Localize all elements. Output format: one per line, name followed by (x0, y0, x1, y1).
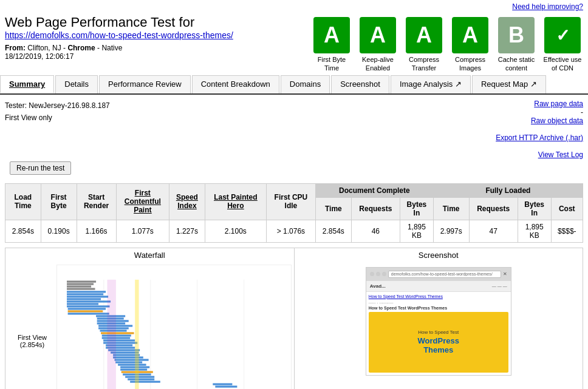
tab-domains[interactable]: Domains (281, 75, 330, 93)
waterfall-panel: Waterfall First View(2.854s) (5, 248, 295, 389)
waterfall-chart-area[interactable] (56, 265, 292, 389)
svg-rect-47 (215, 385, 237, 387)
browser-chrome: demofolks.com/how-to-speed-test-wordpres… (366, 268, 511, 281)
browser-value: Chrome (67, 44, 95, 52)
grade-box-first-byte: A (313, 17, 350, 53)
svg-rect-7 (67, 288, 95, 289)
svg-rect-25 (101, 332, 134, 334)
grade-label-cdn: Effective use of CDN (542, 55, 583, 73)
tab-summary[interactable]: Summary (0, 75, 54, 93)
col-start-render: StartRender (77, 183, 116, 220)
cell-first-byte: 0.190s (41, 220, 77, 242)
nav-items: — — — (492, 284, 507, 288)
tab-image-analysis[interactable]: Image Analysis ↗ (391, 75, 471, 93)
cell-last-painted: 2.100s (205, 220, 266, 242)
svg-rect-49 (135, 279, 138, 389)
col-first-cpu: First CPUIdle (266, 183, 315, 220)
help-link[interactable]: Need help improving? (512, 2, 583, 11)
svg-rect-11 (67, 298, 101, 300)
page-title-text: Web Page Performance Test for (5, 15, 194, 30)
info-bar: Tester: NewJersey-216.98.8.187 First Vie… (0, 95, 588, 161)
site-content: How to Speed Test WordPress Themes .....… (366, 292, 511, 375)
tester-label: Tester: (5, 101, 29, 110)
grade-cdn: ✓ Effective use of CDN (542, 17, 583, 73)
cell-first-cpu: > 1.076s (266, 220, 315, 242)
from-info: From: Clifton, NJ - Chrome - Native 18/1… (5, 44, 311, 61)
screenshot-mock: demofolks.com/how-to-speed-test-wordpres… (366, 267, 511, 376)
raw-page-data-link[interactable]: Raw page data (496, 100, 583, 108)
page-title: Web Page Performance Test for (5, 15, 311, 30)
view-test-log-link[interactable]: View Test Log (496, 151, 583, 159)
results-section: LoadTime FirstByte StartRender FirstCont… (0, 183, 588, 243)
cell-speed-index: 1.227s (169, 220, 205, 242)
cell-load-time: 2.854s (5, 220, 41, 242)
svg-rect-13 (67, 303, 98, 305)
grade-keepalive: A Keep-alive Enabled (357, 17, 398, 73)
browser-btn-3 (382, 272, 386, 276)
raw-object-data-link[interactable]: Raw object data (496, 117, 583, 125)
browser-btn-1 (370, 272, 374, 276)
url-text: demofolks.com/how-to-speed-test-wordpres… (391, 272, 493, 276)
site-heading: How to Speed Test WordPress Themes (369, 306, 508, 310)
svg-rect-9 (67, 293, 103, 295)
svg-rect-6 (67, 285, 91, 287)
grade-compress-images: A Compress Images (450, 17, 491, 73)
col-doc-requests: Requests (351, 197, 400, 220)
screenshot-panel: Screenshot demofolks.com/how-to-speed-te… (295, 248, 583, 389)
svg-rect-5 (67, 283, 94, 285)
svg-rect-38 (118, 364, 146, 365)
col-load-time: LoadTime (5, 183, 41, 220)
cell-doc-time: 2.854s (315, 220, 351, 242)
svg-rect-36 (115, 359, 149, 360)
grade-label-first-byte: First Byte Time (311, 55, 352, 73)
table-row: 2.854s 0.190s 1.166s 1.077s 1.227s 2.100… (5, 220, 583, 242)
cell-doc-bytes: 1,895KB (400, 220, 434, 242)
header: Web Page Performance Test for https://de… (0, 12, 588, 75)
waterfall-svg (56, 265, 292, 389)
connection-value: Native (101, 44, 122, 52)
grade-cache-static: B Cache static content (496, 17, 537, 73)
tab-screenshot[interactable]: Screenshot (331, 75, 389, 93)
grades-section: A First Byte Time A Keep-alive Enabled A… (311, 15, 583, 73)
info-right: Raw page data - Raw object data Export H… (496, 100, 583, 159)
tab-details[interactable]: Details (55, 75, 98, 93)
cell-doc-requests: 46 (351, 220, 400, 242)
screenshot-title: Screenshot (295, 248, 583, 262)
svg-rect-40 (120, 368, 147, 370)
site-meta: ...... . ............ (369, 300, 508, 304)
grade-compress-transfer: A Compress Transfer (403, 17, 445, 73)
hero-line3: Themes (423, 345, 453, 355)
col-first-byte: FirstByte (41, 183, 77, 220)
tester-value: NewJersey-216.98.8.187 (29, 101, 109, 110)
waterfall-content: First View(2.854s) (5, 262, 294, 389)
hero-line1: How to Speed Test (418, 330, 459, 335)
cell-start-render: 1.166s (77, 220, 116, 242)
page-url[interactable]: https://demofolks.com/how-to-speed-test-… (5, 30, 311, 40)
col-fl-time: Time (433, 197, 469, 220)
grade-box-keepalive: A (360, 17, 396, 53)
rerun-button[interactable]: Re-run the test (10, 161, 71, 175)
export-har-link[interactable]: Export HTTP Archive (.har) (496, 134, 583, 142)
col-fl-bytes: BytesIn (518, 197, 551, 220)
cell-fl-cost: $$$$- (551, 220, 583, 242)
svg-rect-44 (128, 378, 154, 380)
col-speed-index: SpeedIndex (169, 183, 205, 220)
waterfall-title: Waterfall (5, 248, 294, 262)
svg-rect-15 (68, 308, 106, 310)
tab-performance-review[interactable]: Performance Review (99, 75, 191, 93)
col-doc-time: Time (315, 197, 351, 220)
svg-rect-14 (67, 305, 109, 307)
svg-rect-16 (68, 310, 103, 312)
svg-rect-45 (130, 381, 160, 382)
tab-request-map[interactable]: Request Map ↗ (472, 75, 546, 93)
cell-fl-bytes: 1,895KB (518, 220, 551, 242)
screenshot-content: demofolks.com/how-to-speed-test-wordpres… (295, 262, 583, 381)
site-hero: How to Speed Test WordPress Themes (369, 312, 508, 373)
grade-box-cdn: ✓ (544, 17, 581, 53)
svg-rect-12 (67, 300, 111, 302)
date-value: 18/12/2019, 12:06:17 (5, 52, 74, 61)
col-fl-requests: Requests (469, 197, 518, 220)
svg-rect-17 (68, 313, 109, 314)
svg-rect-43 (125, 376, 154, 377)
tab-content-breakdown[interactable]: Content Breakdown (192, 75, 279, 93)
